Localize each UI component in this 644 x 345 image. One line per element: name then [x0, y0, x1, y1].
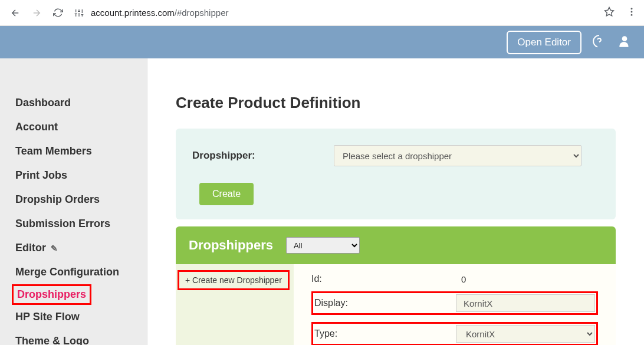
- sidebar-item-team-members[interactable]: Team Members: [0, 139, 147, 163]
- bookmark-star-icon[interactable]: [604, 6, 615, 19]
- url-bar[interactable]: account.printess.com/#dropshipper: [71, 7, 599, 19]
- user-icon[interactable]: [617, 34, 632, 51]
- sidebar-label: Dropshippers: [17, 288, 86, 300]
- filter-select[interactable]: All: [286, 237, 360, 254]
- sidebar-item-dashboard[interactable]: Dashboard: [0, 91, 147, 115]
- create-button[interactable]: Create: [199, 183, 254, 205]
- type-label: Type:: [314, 328, 456, 339]
- sidebar-label: Editor: [15, 242, 46, 254]
- type-row-highlight: Type: KornitX: [311, 322, 598, 345]
- sidebar-label: Merge Configuration: [15, 266, 119, 278]
- dropshippers-list: + Create new Dropshipper: [176, 264, 294, 345]
- svg-point-10: [631, 8, 633, 9]
- dropshipper-select[interactable]: Please select a dropshipper: [334, 145, 581, 166]
- sidebar-item-submission-errors[interactable]: Submission Errors: [0, 212, 147, 236]
- sidebar-label: Theme & Logo: [15, 335, 89, 345]
- dropshippers-header: Dropshippers All: [176, 226, 616, 264]
- svg-point-11: [631, 11, 633, 12]
- type-select[interactable]: KornitX: [456, 325, 595, 343]
- display-row-highlight: Display:: [311, 291, 598, 315]
- sidebar-label: HP Site Flow: [15, 311, 80, 323]
- editor-tool-icon: ✎: [51, 244, 58, 253]
- sidebar-label: Dropship Orders: [15, 193, 100, 206]
- sidebar: Dashboard Account Team Members Print Job…: [0, 58, 147, 345]
- page-title: Create Product Definition: [176, 94, 616, 112]
- sidebar-item-account[interactable]: Account: [0, 115, 147, 139]
- dropshipper-details: Id: 0 Display: Type: KornitX: [294, 264, 616, 345]
- create-new-dropshipper-button[interactable]: + Create new Dropshipper: [178, 270, 290, 290]
- site-settings-icon[interactable]: [73, 7, 85, 19]
- main-content: Create Product Definition Dropshipper: P…: [147, 58, 644, 345]
- svg-point-12: [631, 14, 633, 15]
- browser-menu-icon[interactable]: [626, 6, 637, 19]
- sidebar-item-print-jobs[interactable]: Print Jobs: [0, 163, 147, 188]
- dropshippers-title: Dropshippers: [189, 238, 273, 253]
- dropshipper-label: Dropshipper:: [192, 150, 334, 162]
- sidebar-label: Dashboard: [15, 97, 71, 109]
- display-input[interactable]: [456, 294, 595, 312]
- sidebar-label: Account: [15, 121, 58, 133]
- browser-toolbar: account.printess.com/#dropshipper: [0, 0, 644, 26]
- sidebar-item-editor[interactable]: Editor ✎: [0, 236, 147, 260]
- svg-point-14: [622, 36, 627, 41]
- id-label: Id:: [311, 274, 453, 284]
- open-editor-button[interactable]: Open Editor: [507, 31, 581, 54]
- app-header: Open Editor: [0, 26, 644, 58]
- sidebar-item-theme-logo[interactable]: Theme & Logo: [0, 329, 147, 345]
- sidebar-label: Team Members: [15, 145, 92, 157]
- sidebar-item-merge-configuration[interactable]: Merge Configuration: [0, 260, 147, 284]
- help-icon[interactable]: [592, 34, 606, 51]
- url-text: account.printess.com/#dropshipper: [91, 8, 228, 18]
- sidebar-item-dropshippers[interactable]: Dropshippers: [12, 284, 91, 305]
- back-button[interactable]: [7, 5, 24, 21]
- dropshippers-panel: Dropshippers All + Create new Dropshippe…: [176, 226, 616, 345]
- reload-button[interactable]: [50, 5, 66, 21]
- display-label: Display:: [314, 298, 456, 308]
- sidebar-item-dropship-orders[interactable]: Dropship Orders: [0, 188, 147, 212]
- create-panel: Dropshipper: Please select a dropshipper…: [176, 129, 616, 219]
- forward-button[interactable]: [28, 5, 45, 21]
- sidebar-label: Submission Errors: [15, 218, 110, 230]
- svg-marker-9: [605, 7, 614, 15]
- sidebar-label: Print Jobs: [15, 169, 67, 182]
- id-value: 0: [453, 274, 598, 284]
- sidebar-item-hp-site-flow[interactable]: HP Site Flow: [0, 305, 147, 329]
